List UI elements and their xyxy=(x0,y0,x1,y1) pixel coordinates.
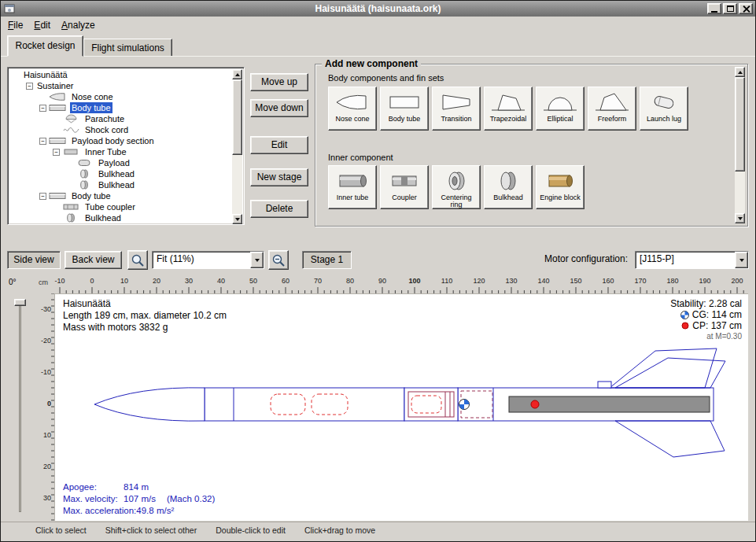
statusbar: Click to select Shift+click to select ot… xyxy=(1,522,755,539)
tree-item-body-tube[interactable]: −Body tube xyxy=(9,102,233,113)
openrocket-window: Haisunäätä (haisunaata.ork) File Edit An… xyxy=(0,0,756,542)
palette-button-engine-block[interactable]: Engine block xyxy=(536,165,585,209)
side-view-button[interactable]: Side view xyxy=(7,251,61,269)
tree-item-tube-coupler[interactable]: Tube coupler xyxy=(9,201,233,212)
rotation-slider-handle[interactable] xyxy=(14,299,26,306)
palette-button-coupler[interactable]: Coupler xyxy=(380,165,429,209)
ruler-top-label: 0 xyxy=(81,277,103,285)
palette-button-elliptical[interactable]: Elliptical xyxy=(536,87,585,131)
elliptical-fin-icon xyxy=(542,90,578,115)
magnifier-icon xyxy=(131,253,145,267)
tree-item-bulkhead[interactable]: Bulkhead xyxy=(9,168,233,179)
minimize-icon xyxy=(711,11,717,13)
tree-item-haisun-t[interactable]: Haisunäätä xyxy=(9,69,233,80)
bulkhead-icon xyxy=(62,213,81,223)
tree-item-inner-tube[interactable]: −Inner Tube xyxy=(9,146,233,157)
tree-item-label: Bulkhead xyxy=(83,212,123,223)
tree-item-label: Tube coupler xyxy=(83,201,137,212)
transition-icon xyxy=(438,90,474,115)
combo-dropdown-button[interactable] xyxy=(735,252,748,268)
titlebar[interactable]: Haisunäätä (haisunaata.ork) xyxy=(1,1,755,17)
menubar: File Edit Analyze xyxy=(1,17,755,34)
tree-item-sustainer[interactable]: −Sustainer xyxy=(9,80,233,91)
max-acceleration-value: 49.8 m/s² xyxy=(136,506,174,515)
back-view-button[interactable]: Back view xyxy=(65,251,122,269)
cg-icon xyxy=(680,311,689,319)
ruler-top-label: 40 xyxy=(210,277,232,285)
tree-item-body-tube[interactable]: −Body tube xyxy=(9,190,233,201)
new-stage-button[interactable]: New stage xyxy=(250,168,308,186)
delete-button[interactable]: Delete xyxy=(250,200,308,218)
tab-flight-simulations[interactable]: Flight simulations xyxy=(83,39,172,57)
zoom-out-button[interactable] xyxy=(268,250,289,270)
tree-item-bulkhead[interactable]: Bulkhead xyxy=(9,212,233,223)
tree-scrollbar[interactable] xyxy=(232,69,242,224)
palette-button-centering-ring[interactable]: Centering ring xyxy=(432,165,481,209)
ruler-top-label: 90 xyxy=(371,277,393,285)
collapse-handle-icon[interactable]: − xyxy=(26,83,33,90)
cp-icon xyxy=(681,322,689,330)
combo-dropdown-button[interactable] xyxy=(250,252,264,268)
scroll-thumb[interactable] xyxy=(735,77,745,171)
menu-file[interactable]: File xyxy=(2,17,28,33)
palette-scrollbar[interactable] xyxy=(735,67,745,223)
stage-1-toggle[interactable]: Stage 1 xyxy=(302,251,352,269)
ruler-top-label: -10 xyxy=(54,277,71,285)
move-up-button[interactable]: Move up xyxy=(250,73,308,91)
component-tree[interactable]: Haisunäätä−SustainerNose cone−Body tubeP… xyxy=(7,67,245,225)
palette-button-transition[interactable]: Transition xyxy=(432,87,481,131)
tree-item-label: Bulkhead xyxy=(97,168,136,179)
rocket-canvas[interactable]: Haisunäätä Length 189 cm, max. diameter … xyxy=(54,293,748,521)
palette-button-label: Freeform xyxy=(596,116,629,123)
rotation-slider-track[interactable] xyxy=(19,301,21,512)
palette-button-label: Launch lug xyxy=(645,116,683,123)
motor-configuration-value: [J115-P] xyxy=(636,252,735,268)
scroll-up-button[interactable] xyxy=(735,67,745,77)
tree-item-parachute[interactable]: Parachute xyxy=(9,113,233,124)
scroll-thumb[interactable] xyxy=(232,79,242,155)
collapse-handle-icon[interactable]: − xyxy=(39,105,46,112)
scroll-up-button[interactable] xyxy=(232,69,242,79)
bulkhead-icon xyxy=(76,180,94,190)
palette-button-bulkhead[interactable]: Bulkhead xyxy=(484,165,533,209)
maximize-button[interactable] xyxy=(723,3,737,14)
zoom-in-button[interactable] xyxy=(127,250,148,270)
motor-configuration-combo[interactable]: [J115-P] xyxy=(635,251,749,269)
menu-edit[interactable]: Edit xyxy=(28,17,56,33)
menu-analyze[interactable]: Analyze xyxy=(56,17,101,33)
tree-item-nose-cone[interactable]: Nose cone xyxy=(9,91,233,102)
trapezoidal-fin-icon xyxy=(490,90,526,115)
palette-button-body-tube[interactable]: Body tube xyxy=(380,87,429,131)
collapse-handle-icon[interactable]: − xyxy=(39,193,46,200)
tree-item-shock-cord[interactable]: Shock cord xyxy=(9,124,233,135)
hint-double-click: Double-click to edit xyxy=(216,525,286,539)
palette-button-trapezoidal[interactable]: Trapezoidal xyxy=(484,87,533,131)
palette-button-inner-tube[interactable]: Inner tube xyxy=(328,165,377,209)
scroll-down-button[interactable] xyxy=(735,213,745,223)
palette-button-label: Nose cone xyxy=(334,116,371,123)
ruler-top-label: 20 xyxy=(146,277,168,285)
edit-button[interactable]: Edit xyxy=(250,136,308,154)
tree-item-bulkhead[interactable]: Bulkhead xyxy=(9,179,233,190)
tree-item-payload[interactable]: Payload xyxy=(9,157,233,168)
tab-rocket-design[interactable]: Rocket design xyxy=(7,35,83,57)
zoom-combo[interactable]: Fit (11%) xyxy=(152,251,264,269)
scroll-down-button[interactable] xyxy=(232,214,242,224)
ruler-top-label: 120 xyxy=(468,277,490,285)
collapse-handle-icon[interactable]: − xyxy=(53,149,60,156)
palette-button-nose-cone[interactable]: Nose cone xyxy=(328,87,377,131)
hint-shift-click: Shift+click to select other xyxy=(105,525,197,539)
palette-button-launch-lug[interactable]: Launch lug xyxy=(640,87,688,131)
tree-item-payload-body-section[interactable]: −Payload body section xyxy=(9,135,233,146)
rocket-name: Haisunäätä xyxy=(63,298,227,310)
ruler-left-label: 10 xyxy=(37,431,51,439)
collapse-handle-icon[interactable]: − xyxy=(39,138,46,145)
close-button[interactable] xyxy=(739,3,753,14)
payload-icon xyxy=(76,158,94,168)
palette-button-freeform[interactable]: Freeform xyxy=(588,87,636,131)
freeform-fin-icon xyxy=(594,90,630,115)
minimize-button[interactable] xyxy=(707,3,721,14)
move-down-button[interactable]: Move down xyxy=(250,99,308,117)
tree-item-label: Inner Tube xyxy=(83,146,128,157)
ruler-top-label: 110 xyxy=(436,277,458,285)
